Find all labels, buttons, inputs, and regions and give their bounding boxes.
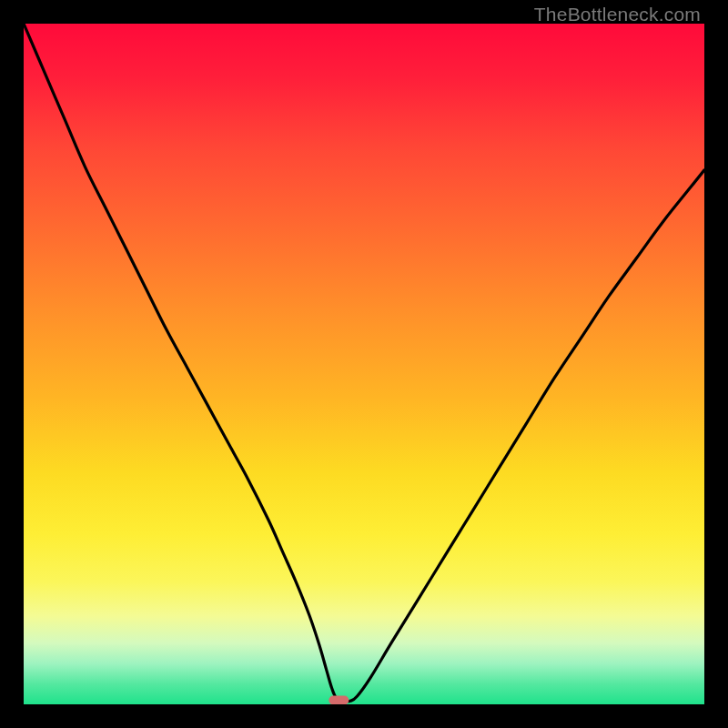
bottleneck-curve-path (24, 24, 704, 702)
chart-frame: TheBottleneck.com (0, 0, 728, 728)
curve-svg (24, 24, 704, 704)
plot-area (24, 24, 704, 704)
watermark-text: TheBottleneck.com (534, 4, 701, 25)
minimum-marker (329, 696, 349, 704)
